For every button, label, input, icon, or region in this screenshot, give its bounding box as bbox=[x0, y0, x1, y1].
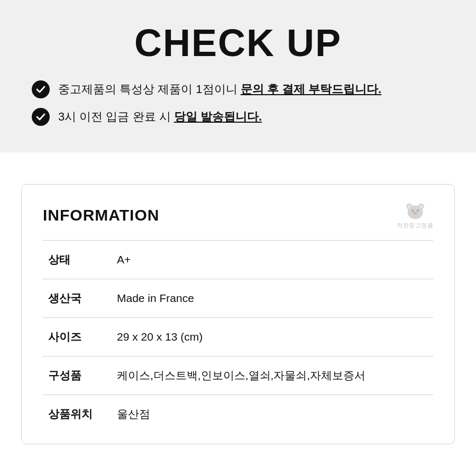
checklist-item-1: 중고제품의 특성상 제품이 1점이니 문의 후 결제 부탁드립니다. bbox=[32, 80, 444, 98]
top-section: CHECK UP 중고제품의 특성상 제품이 1점이니 문의 후 결제 부탁드립… bbox=[0, 0, 476, 152]
brand-logo: 착한중고명품 bbox=[397, 200, 433, 230]
main-title: CHECK UP bbox=[32, 11, 444, 80]
table-row-size: 사이즈 29 x 20 x 13 (cm) bbox=[43, 318, 433, 356]
label-origin: 생산국 bbox=[43, 279, 112, 318]
checklist-text-1: 중고제품의 특성상 제품이 1점이니 문의 후 결제 부탁드립니다. bbox=[58, 81, 381, 97]
svg-point-7 bbox=[416, 209, 418, 212]
checklist-text-2: 3시 이전 입금 완료 시 당일 발송됩니다. bbox=[58, 109, 262, 125]
label-location: 상품위치 bbox=[43, 395, 112, 434]
value-components: 케이스,더스트백,인보이스,열쇠,자물쇠,자체보증서 bbox=[112, 356, 433, 395]
checklist-item-2: 3시 이전 입금 완료 시 당일 발송됩니다. bbox=[32, 108, 444, 126]
white-gap bbox=[0, 152, 476, 184]
table-row-status: 상태 A+ bbox=[43, 241, 433, 279]
svg-point-6 bbox=[411, 209, 414, 212]
info-section: INFORMATION 착한중고명품 상태 A+ bbox=[21, 184, 455, 444]
value-status: A+ bbox=[112, 241, 433, 279]
check-icon-2 bbox=[32, 108, 50, 126]
table-row-location: 상품위치 울산점 bbox=[43, 395, 433, 434]
check-icon-1 bbox=[32, 80, 50, 98]
table-row-components: 구성품 케이스,더스트백,인보이스,열쇠,자물쇠,자체보증서 bbox=[43, 356, 433, 395]
info-section-title: INFORMATION bbox=[43, 206, 159, 224]
info-table: 상태 A+ 생산국 Made in France 사이즈 29 x 20 x 1… bbox=[43, 240, 433, 433]
label-size: 사이즈 bbox=[43, 318, 112, 356]
brand-logo-icon bbox=[402, 200, 428, 222]
info-header: INFORMATION 착한중고명품 bbox=[43, 200, 433, 230]
label-components: 구성품 bbox=[43, 356, 112, 395]
brand-logo-text: 착한중고명품 bbox=[397, 222, 433, 230]
table-row-origin: 생산국 Made in France bbox=[43, 279, 433, 318]
svg-point-8 bbox=[413, 212, 416, 214]
value-size: 29 x 20 x 13 (cm) bbox=[112, 318, 433, 356]
svg-point-3 bbox=[407, 205, 410, 208]
value-origin: Made in France bbox=[112, 279, 433, 318]
value-location: 울산점 bbox=[112, 395, 433, 434]
checklist-bold-1: 문의 후 결제 부탁드립니다. bbox=[241, 83, 381, 96]
label-status: 상태 bbox=[43, 241, 112, 279]
checklist-bold-2: 당일 발송됩니다. bbox=[174, 110, 262, 123]
svg-point-4 bbox=[419, 205, 423, 208]
checklist: 중고제품의 특성상 제품이 1점이니 문의 후 결제 부탁드립니다. 3시 이전… bbox=[32, 80, 444, 131]
